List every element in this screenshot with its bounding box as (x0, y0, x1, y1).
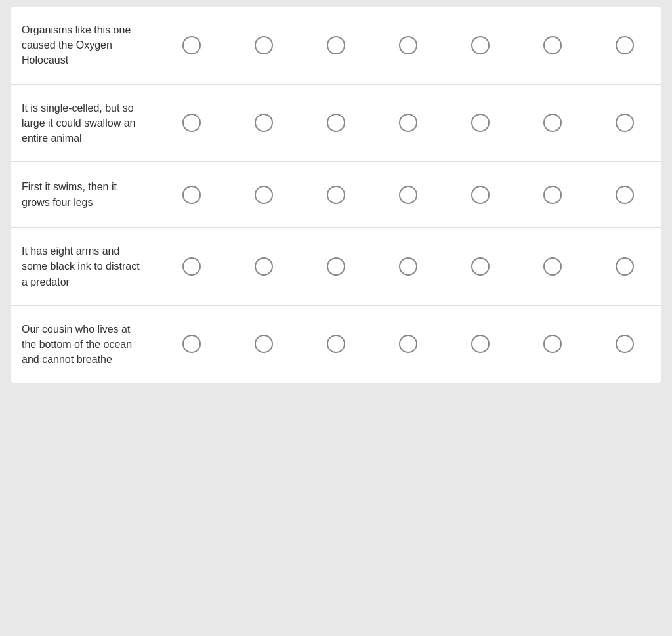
radio-input[interactable] (255, 257, 273, 276)
radio-input[interactable] (616, 335, 634, 353)
radio-cell (589, 257, 661, 276)
radio-input[interactable] (616, 36, 634, 54)
row-label: Our cousin who lives at the bottom of th… (11, 316, 156, 373)
radio-input[interactable] (399, 36, 417, 54)
radio-cell (589, 36, 661, 54)
radio-input[interactable] (182, 257, 201, 276)
radio-cell (444, 36, 516, 54)
radio-cell (516, 36, 589, 54)
radio-input[interactable] (182, 36, 201, 54)
radio-group (156, 257, 661, 276)
radio-cell (228, 186, 300, 204)
radio-cell (589, 335, 661, 353)
radio-input[interactable] (399, 186, 417, 204)
radio-cell (156, 114, 228, 132)
table-row: It is single-celled, but so large it cou… (11, 85, 661, 163)
radio-cell (444, 335, 516, 353)
radio-input[interactable] (471, 114, 490, 132)
radio-input[interactable] (616, 186, 634, 204)
radio-input[interactable] (182, 114, 201, 132)
radio-input[interactable] (543, 114, 562, 132)
radio-group (156, 335, 661, 353)
radio-cell (156, 335, 228, 353)
radio-cell (589, 186, 661, 204)
radio-cell (372, 257, 444, 276)
table-row: Our cousin who lives at the bottom of th… (11, 306, 661, 383)
table-row: It has eight arms and some black ink to … (11, 228, 661, 306)
row-label: It has eight arms and some black ink to … (11, 238, 156, 295)
radio-input[interactable] (327, 36, 345, 54)
row-label: Organisms like this one caused the Oxyge… (11, 17, 156, 74)
radio-cell (516, 186, 589, 204)
radio-input[interactable] (399, 335, 417, 353)
survey-table: Organisms like this one caused the Oxyge… (11, 7, 661, 383)
radio-input[interactable] (399, 114, 417, 132)
radio-cell (300, 186, 372, 204)
radio-cell (372, 186, 444, 204)
radio-input[interactable] (471, 335, 490, 353)
radio-cell (228, 335, 300, 353)
radio-cell (516, 114, 589, 132)
radio-input[interactable] (255, 114, 273, 132)
radio-input[interactable] (255, 186, 273, 204)
radio-input[interactable] (471, 257, 490, 276)
radio-cell (516, 257, 589, 276)
radio-cell (589, 114, 661, 132)
radio-input[interactable] (471, 186, 490, 204)
radio-cell (516, 335, 589, 353)
radio-input[interactable] (616, 114, 634, 132)
radio-cell (300, 257, 372, 276)
radio-input[interactable] (543, 186, 562, 204)
radio-cell (444, 186, 516, 204)
radio-input[interactable] (327, 257, 345, 276)
row-label: It is single-celled, but so large it cou… (11, 95, 156, 152)
radio-cell (300, 335, 372, 353)
radio-cell (228, 114, 300, 132)
radio-input[interactable] (182, 335, 201, 353)
radio-input[interactable] (182, 186, 201, 204)
table-row: Organisms like this one caused the Oxyge… (11, 7, 661, 85)
radio-group (156, 114, 661, 132)
row-label: First it swims, then it grows four legs (11, 174, 156, 215)
table-row: First it swims, then it grows four legs (11, 162, 661, 228)
radio-input[interactable] (255, 36, 273, 54)
radio-cell (228, 257, 300, 276)
radio-cell (372, 36, 444, 54)
radio-input[interactable] (471, 36, 490, 54)
radio-cell (444, 114, 516, 132)
radio-input[interactable] (543, 36, 562, 54)
radio-input[interactable] (255, 335, 273, 353)
radio-cell (300, 36, 372, 54)
radio-cell (156, 186, 228, 204)
radio-cell (300, 114, 372, 132)
radio-input[interactable] (543, 335, 562, 353)
radio-input[interactable] (399, 257, 417, 276)
radio-cell (156, 36, 228, 54)
radio-cell (372, 114, 444, 132)
radio-input[interactable] (327, 114, 345, 132)
radio-group (156, 36, 661, 54)
radio-cell (156, 257, 228, 276)
radio-input[interactable] (543, 257, 562, 276)
radio-cell (444, 257, 516, 276)
radio-input[interactable] (327, 335, 345, 353)
radio-input[interactable] (327, 186, 345, 204)
radio-group (156, 186, 661, 204)
radio-input[interactable] (616, 257, 634, 276)
radio-cell (228, 36, 300, 54)
radio-cell (372, 335, 444, 353)
